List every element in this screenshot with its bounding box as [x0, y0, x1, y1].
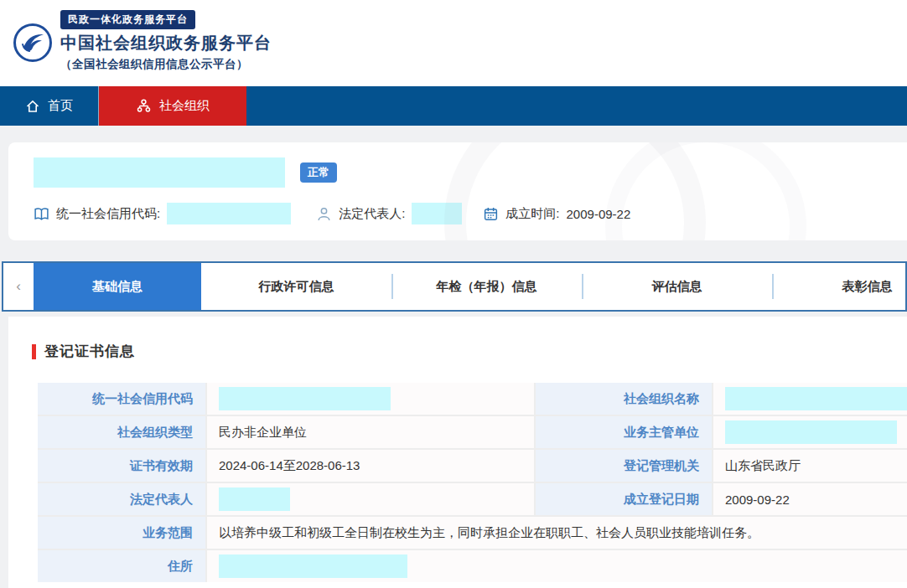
- nav-item-label: 首页: [48, 98, 73, 114]
- table-value: [207, 550, 907, 582]
- registration-cert-table: 统一社会信用代码 社会组织名称 社会组织类型 民办非企业单位 业务主管单位 证书…: [38, 383, 907, 582]
- section-marker: [32, 344, 36, 359]
- tab-evaluation[interactable]: 评估信息: [582, 263, 772, 310]
- status-badge: 正常: [300, 162, 337, 183]
- credit-code-redacted: [167, 203, 291, 224]
- table-value: 2009-09-22: [713, 483, 907, 515]
- field-establish-date: 成立时间: 2009-09-22: [483, 206, 630, 222]
- table-label: 社会组织名称: [536, 383, 712, 415]
- site-subtitle: （全国社会组织信用信息公示平台）: [60, 57, 272, 72]
- redacted-value: [725, 420, 897, 444]
- org-name-redacted: [34, 157, 285, 188]
- redacted-value: [725, 387, 907, 410]
- main-nav: 首页 社会组织: [0, 86, 907, 126]
- nav-item-social-org[interactable]: 社会组织: [99, 86, 246, 126]
- table-value: 2024-06-14至2028-06-13: [207, 450, 534, 482]
- nav-item-label: 社会组织: [159, 98, 210, 114]
- org-icon: [136, 98, 152, 114]
- section-title: 登记证书信息: [44, 342, 135, 361]
- gov-platform-badge: 民政一体化政务服务平台: [60, 10, 195, 29]
- section-header: 登记证书信息: [32, 342, 907, 361]
- table-value: [207, 483, 534, 515]
- table-value: 山东省民政厅: [713, 450, 907, 482]
- table-value: [713, 416, 907, 448]
- table-value: 以培养中级工和初级工全日制在校生为主，同时承担企业在职职工、社会人员职业技能培训…: [207, 517, 907, 549]
- legal-rep-redacted: [412, 203, 462, 224]
- tab-admin-license[interactable]: 行政许可信息: [201, 263, 391, 310]
- redacted-value: [219, 487, 290, 511]
- table-label: 住所: [38, 550, 205, 582]
- field-value: 2009-09-22: [567, 207, 631, 221]
- table-value: [713, 383, 907, 415]
- table-value: 民办非企业单位: [207, 416, 534, 448]
- field-label: 成立时间:: [505, 206, 559, 222]
- tab-annual-report[interactable]: 年检（年报）信息: [391, 263, 582, 310]
- table-label: 业务范围: [38, 517, 205, 549]
- redacted-value: [219, 387, 391, 410]
- table-label: 法定代表人: [38, 483, 205, 515]
- field-credit-code: 统一社会信用代码:: [34, 203, 291, 224]
- org-summary-card: 正常 统一社会信用代码: 法定代表人: 成立时间: 2009-09-2: [8, 142, 907, 240]
- table-label: 成立登记日期: [536, 483, 712, 515]
- tab-commendation[interactable]: 表彰信息: [772, 263, 907, 310]
- book-icon: [34, 206, 49, 222]
- detail-tab-bar: ‹ 基础信息 行政许可信息 年检（年报）信息 评估信息 表彰信息: [2, 261, 907, 312]
- tabs-scroll-left-icon[interactable]: ‹: [3, 278, 34, 295]
- field-label: 法定代表人:: [339, 206, 405, 222]
- site-title: 中国社会组织政务服务平台: [60, 32, 272, 54]
- table-label: 社会组织类型: [38, 416, 205, 448]
- table-label: 登记管理机关: [536, 450, 712, 482]
- table-value: [207, 383, 534, 415]
- field-legal-rep: 法定代表人:: [316, 203, 462, 224]
- calendar-icon: [483, 206, 499, 222]
- basic-info-panel: 登记证书信息 统一社会信用代码 社会组织名称 社会组织类型 民办非企业单位 业务…: [8, 317, 907, 588]
- person-icon: [316, 206, 332, 222]
- table-label: 统一社会信用代码: [38, 383, 205, 415]
- tab-basic-info[interactable]: 基础信息: [34, 263, 201, 310]
- nav-item-home[interactable]: 首页: [0, 86, 98, 126]
- table-label: 证书有效期: [38, 450, 205, 482]
- redacted-value: [219, 554, 407, 578]
- table-label: 业务主管单位: [536, 416, 712, 448]
- logo-emblem-icon: [13, 23, 53, 63]
- site-header: 民政一体化政务服务平台 中国社会组织政务服务平台 （全国社会组织信用信息公示平台…: [0, 0, 907, 86]
- home-icon: [25, 99, 40, 114]
- site-logo: [13, 23, 53, 63]
- field-label: 统一社会信用代码:: [56, 206, 160, 222]
